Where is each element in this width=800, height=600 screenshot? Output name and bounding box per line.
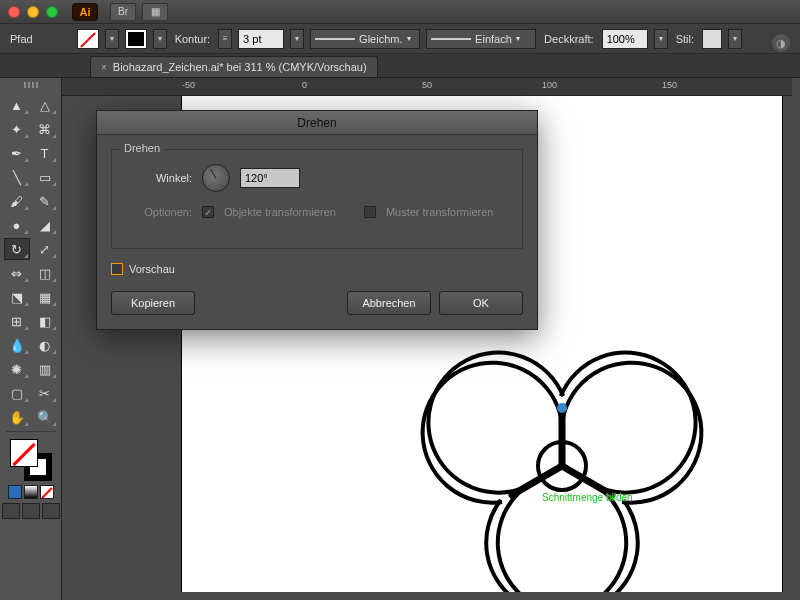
free-transform-tool[interactable]: ◫ <box>32 262 58 284</box>
hand-tool[interactable]: ✋ <box>4 406 30 428</box>
style-swatch[interactable] <box>702 29 722 49</box>
stroke-weight-dropdown[interactable]: ▾ <box>290 29 304 49</box>
scale-tool[interactable]: ⤢ <box>32 238 58 260</box>
type-tool[interactable]: T <box>32 142 58 164</box>
bridge-button[interactable]: Br <box>110 3 136 21</box>
ruler-mark: 0 <box>302 80 307 90</box>
eraser-tool[interactable]: ◢ <box>32 214 58 236</box>
chevron-down-icon: ▾ <box>516 34 520 43</box>
document-tab-title: Biohazard_Zeichen.ai* bei 311 % (CMYK/Vo… <box>113 61 367 73</box>
blob-brush-tool[interactable]: ● <box>4 214 30 236</box>
angle-label: Winkel: <box>126 172 192 184</box>
none-mode-button[interactable] <box>40 485 54 499</box>
selection-tool[interactable]: ▲ <box>4 94 30 116</box>
minimize-window-button[interactable] <box>27 6 39 18</box>
panel-menu-icon[interactable]: ◑ <box>772 34 790 52</box>
document-tab-bar: × Biohazard_Zeichen.ai* bei 311 % (CMYK/… <box>0 54 800 78</box>
fill-box[interactable] <box>10 439 38 467</box>
transform-patterns-checkbox[interactable] <box>364 206 376 218</box>
stroke-weight-input[interactable]: 3 pt <box>238 29 284 49</box>
rotate-group: Drehen Winkel: 120° Optionen: Objekte tr… <box>111 149 523 249</box>
blend-tool[interactable]: ◐ <box>32 334 58 356</box>
ruler-mark: 100 <box>542 80 557 90</box>
object-type-label: Pfad <box>10 33 33 45</box>
eyedropper-tool[interactable]: 💧 <box>4 334 30 356</box>
gradient-mode-button[interactable] <box>24 485 38 499</box>
stroke-swatch[interactable] <box>125 29 147 49</box>
close-window-button[interactable] <box>8 6 20 18</box>
opacity-dropdown[interactable]: ▾ <box>654 29 668 49</box>
color-mode-button[interactable] <box>8 485 22 499</box>
lasso-tool[interactable]: ⌘ <box>32 118 58 140</box>
color-modes <box>8 485 54 499</box>
options-label: Optionen: <box>126 206 192 218</box>
direct-selection-tool[interactable]: △ <box>32 94 58 116</box>
style-label: Stil: <box>676 33 694 45</box>
slice-tool[interactable]: ✂ <box>32 382 58 404</box>
rotate-tool[interactable]: ↻ <box>4 238 30 260</box>
brush-label: Einfach <box>475 33 512 45</box>
ruler-mark: 50 <box>422 80 432 90</box>
ruler-mark: 150 <box>662 80 677 90</box>
angle-dial[interactable] <box>202 164 230 192</box>
perspective-grid-tool[interactable]: ▦ <box>32 286 58 308</box>
brush-preview-icon <box>431 38 471 40</box>
style-dropdown[interactable]: ▾ <box>728 29 742 49</box>
column-graph-tool[interactable]: ▥ <box>32 358 58 380</box>
artboard-tool[interactable]: ▢ <box>4 382 30 404</box>
paintbrush-tool[interactable]: 🖌 <box>4 190 30 212</box>
fill-swatch[interactable] <box>77 29 99 49</box>
toolbox-drag-handle[interactable] <box>14 82 48 90</box>
brush-definition[interactable]: Einfach ▾ <box>426 29 536 49</box>
document-tab[interactable]: × Biohazard_Zeichen.ai* bei 311 % (CMYK/… <box>90 56 378 77</box>
horizontal-ruler[interactable]: -50 0 50 100 150 <box>62 78 792 96</box>
width-tool[interactable]: ⇔ <box>4 262 30 284</box>
transform-objects-checkbox[interactable] <box>202 206 214 218</box>
draw-behind-button[interactable] <box>22 503 40 519</box>
draw-normal-button[interactable] <box>2 503 20 519</box>
pencil-tool[interactable]: ✎ <box>32 190 58 212</box>
group-legend: Drehen <box>120 142 164 154</box>
preview-checkbox[interactable] <box>111 263 123 275</box>
dialog-titlebar[interactable]: Drehen <box>97 111 537 135</box>
pen-tool[interactable]: ✒ <box>4 142 30 164</box>
stroke-dropdown[interactable]: ▾ <box>153 29 167 49</box>
separator <box>6 431 56 432</box>
fill-stroke-control[interactable] <box>10 439 52 481</box>
mesh-tool[interactable]: ⊞ <box>4 310 30 332</box>
transform-patterns-label: Muster transformieren <box>386 206 494 218</box>
copy-button[interactable]: Kopieren <box>111 291 195 315</box>
svg-point-4 <box>559 405 565 411</box>
rectangle-tool[interactable]: ▭ <box>32 166 58 188</box>
cancel-button[interactable]: Abbrechen <box>347 291 431 315</box>
chevron-down-icon: ▾ <box>407 34 411 43</box>
stroke-weight-stepper[interactable]: ≡ <box>218 29 232 49</box>
draw-modes <box>2 503 60 519</box>
fill-dropdown[interactable]: ▾ <box>105 29 119 49</box>
symbol-sprayer-tool[interactable]: ✺ <box>4 358 30 380</box>
titlebar: Ai Br ▦ <box>0 0 800 24</box>
close-tab-icon[interactable]: × <box>101 62 107 73</box>
profile-preview-icon <box>315 38 355 40</box>
variable-width-profile[interactable]: Gleichm. ▾ <box>310 29 420 49</box>
app-badge-icon: Ai <box>72 3 98 21</box>
line-tool[interactable]: ╲ <box>4 166 30 188</box>
arrange-documents-button[interactable]: ▦ <box>142 3 168 21</box>
stroke-label: Kontur: <box>175 33 210 45</box>
opacity-input[interactable]: 100% <box>602 29 648 49</box>
smart-guide-hint: Schnittmenge bilden <box>542 492 633 503</box>
toolbox: ▲ △ ✦ ⌘ ✒ T ╲ ▭ 🖌 ✎ ● ◢ ↻ ⤢ ⇔ ◫ ⬔ ▦ ⊞ ◧ … <box>0 78 62 600</box>
angle-input[interactable]: 120° <box>240 168 300 188</box>
transform-objects-label: Objekte transformieren <box>224 206 336 218</box>
magic-wand-tool[interactable]: ✦ <box>4 118 30 140</box>
shape-builder-tool[interactable]: ⬔ <box>4 286 30 308</box>
gradient-tool[interactable]: ◧ <box>32 310 58 332</box>
window-controls <box>8 6 58 18</box>
zoom-tool[interactable]: 🔍 <box>32 406 58 428</box>
zoom-window-button[interactable] <box>46 6 58 18</box>
ruler-mark: -50 <box>182 80 195 90</box>
profile-label: Gleichm. <box>359 33 402 45</box>
preview-label: Vorschau <box>129 263 175 275</box>
draw-inside-button[interactable] <box>42 503 60 519</box>
ok-button[interactable]: OK <box>439 291 523 315</box>
